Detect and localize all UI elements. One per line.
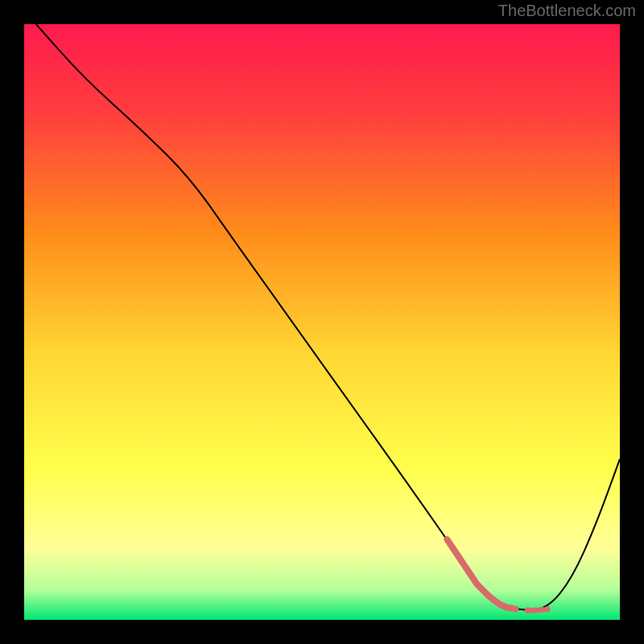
chart-container: TheBottleneck.com bbox=[0, 0, 644, 644]
plot-area bbox=[24, 24, 620, 620]
gradient-background bbox=[24, 24, 620, 620]
chart-svg bbox=[24, 24, 620, 620]
watermark-text: TheBottleneck.com bbox=[498, 2, 636, 20]
